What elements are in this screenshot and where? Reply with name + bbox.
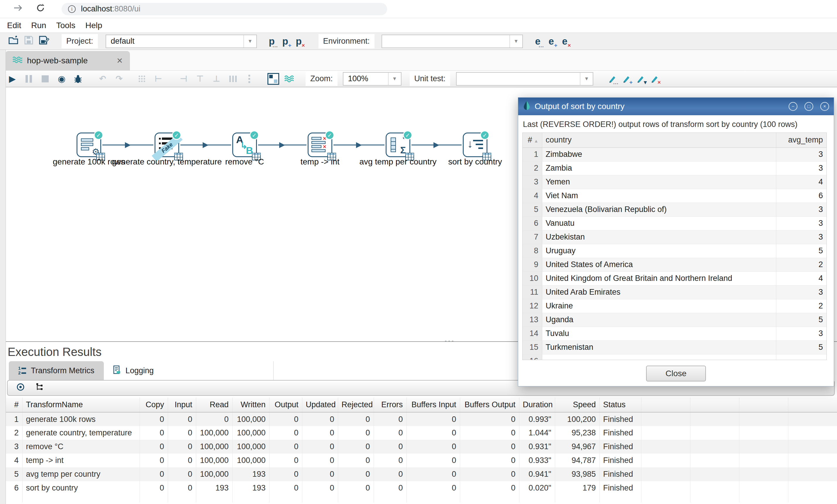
- dialog-titlebar[interactable]: Output of sort by country − □ ×: [518, 97, 834, 115]
- forward-icon[interactable]: [13, 3, 23, 14]
- transform-sort-by-country[interactable]: ↓ ✓: [463, 132, 487, 157]
- preview-row[interactable]: 8 Uruguay 5: [522, 244, 826, 258]
- transform-temp-to-int[interactable]: × × ✓: [308, 132, 332, 157]
- col-header[interactable]: Rejected: [338, 398, 374, 412]
- tab-transform-metrics[interactable]: 1 2 Transform Metrics: [9, 361, 104, 380]
- menu-help[interactable]: Help: [85, 21, 102, 30]
- unit-test-edit-icon[interactable]: …: [605, 74, 619, 83]
- branch-graph-icon[interactable]: [35, 383, 44, 394]
- zoom-combo[interactable]: 100% ▼: [343, 72, 402, 86]
- avg-temp-col-header[interactable]: avg_temp: [776, 133, 826, 147]
- col-header[interactable]: Buffers Output: [460, 398, 519, 412]
- col-header[interactable]: Duration: [519, 398, 555, 412]
- chevron-down-icon[interactable]: ▼: [580, 73, 593, 85]
- col-header[interactable]: Speed: [555, 398, 600, 412]
- close-button[interactable]: Close: [646, 366, 706, 381]
- col-header[interactable]: Status: [600, 398, 641, 412]
- left-sidebar-strip[interactable]: [0, 50, 6, 504]
- col-header[interactable]: #: [6, 398, 22, 412]
- run-icon[interactable]: ▶: [4, 74, 20, 84]
- col-header[interactable]: Read: [196, 398, 232, 412]
- chevron-down-icon[interactable]: ▼: [244, 35, 256, 48]
- maximize-icon[interactable]: □: [804, 102, 813, 111]
- reload-icon[interactable]: [36, 3, 45, 15]
- preview-row[interactable]: 10 United Kingdom of Great Britain and N…: [522, 271, 826, 285]
- metrics-row[interactable]: 5 avg temp per country 0 0 100,000 193 0…: [6, 467, 837, 481]
- preview-row[interactable]: 15 Turkmenistan 5: [522, 340, 826, 354]
- index-col-header[interactable]: #▲: [522, 133, 542, 147]
- unit-test-delete-icon[interactable]: ×: [647, 74, 661, 83]
- metrics-row[interactable]: 6 sort by country 0 0 193 193 0 0 0 0 0 …: [6, 481, 837, 495]
- menu-edit[interactable]: Edit: [7, 21, 21, 30]
- tab-logging[interactable]: Logging: [104, 361, 163, 380]
- preview-row[interactable]: 13 Uganda 5: [522, 313, 826, 327]
- transform-generate-country-temperature[interactable]: Fake ✓: [155, 132, 179, 157]
- col-header[interactable]: Input: [168, 398, 196, 412]
- pause-icon[interactable]: [20, 75, 37, 83]
- transform-avg-temp-per-country[interactable]: ⇄ Σ ✓: [386, 132, 410, 157]
- transform-generate-100k-rows[interactable]: ⚙ ✓: [76, 132, 101, 157]
- environment-edit-icon[interactable]: e…: [531, 36, 545, 47]
- project-edit-icon[interactable]: p…: [265, 36, 279, 47]
- chevron-down-icon[interactable]: ▼: [510, 35, 522, 48]
- preview-icon[interactable]: ◉: [53, 74, 70, 84]
- address-bar[interactable]: i localhost:8080/ui: [61, 3, 387, 15]
- country-col-header[interactable]: country: [542, 133, 776, 147]
- transform-remove-celsius[interactable]: A ↳ B ✓: [232, 132, 257, 157]
- align-right-icon[interactable]: ⊣: [175, 74, 192, 84]
- info-icon[interactable]: i: [68, 5, 76, 13]
- metrics-row[interactable]: 3 remove °C 0 0 100,000 100,000 0 0 0 0 …: [6, 440, 837, 454]
- distribute-vertical-icon[interactable]: [241, 75, 257, 83]
- preview-row[interactable]: 2 Zambia 3: [522, 161, 826, 175]
- col-header[interactable]: Errors: [374, 398, 407, 412]
- show-hide-icon[interactable]: [16, 382, 25, 394]
- save-icon[interactable]: [21, 35, 36, 47]
- preview-row[interactable]: 6 Vanuatu 3: [522, 216, 826, 230]
- preview-row[interactable]: 1 Zimbabwe 3: [522, 147, 826, 161]
- open-file-icon[interactable]: [6, 35, 21, 47]
- dialog-table-wrap[interactable]: #▲ country avg_temp 1 Zimbabwe 3 2 Zamb: [522, 132, 827, 360]
- preview-row[interactable]: 4 Viet Nam 6: [522, 189, 826, 203]
- pipeline-wave-icon[interactable]: [282, 74, 298, 83]
- preview-row[interactable]: 5 Venezuela (Bolivarian Republic of) 3: [522, 203, 826, 216]
- unit-test-combo[interactable]: ▼: [456, 72, 593, 86]
- preview-row[interactable]: 9 United States of America 2: [522, 258, 826, 271]
- menu-tools[interactable]: Tools: [56, 21, 75, 30]
- debug-icon[interactable]: [70, 74, 86, 84]
- preview-row[interactable]: 7 Uzbekistan 3: [522, 230, 826, 244]
- environment-delete-icon[interactable]: e×: [558, 36, 572, 47]
- project-delete-icon[interactable]: p×: [292, 36, 306, 47]
- environment-combo[interactable]: ▼: [381, 35, 523, 48]
- menu-run[interactable]: Run: [31, 21, 46, 30]
- snap-to-grid-icon[interactable]: [265, 73, 282, 85]
- col-header[interactable]: Buffers Input: [407, 398, 460, 412]
- align-left-icon[interactable]: ⊢: [150, 74, 166, 84]
- undo-icon[interactable]: ↶: [94, 74, 111, 84]
- preview-row[interactable]: 14 Tuvalu 3: [522, 327, 826, 340]
- metrics-row[interactable]: 2 generate country, temperature 0 0 100,…: [6, 426, 837, 440]
- col-header[interactable]: TransformName: [22, 398, 140, 412]
- preview-row[interactable]: 3 Yemen 4: [522, 175, 826, 189]
- tab-hop-web-sample[interactable]: hop-web-sample ✕: [5, 51, 130, 70]
- unit-test-create-icon[interactable]: +: [619, 74, 633, 83]
- project-combo[interactable]: default ▼: [106, 35, 257, 48]
- col-header[interactable]: Updated: [302, 398, 338, 412]
- minimize-icon[interactable]: −: [789, 102, 797, 111]
- redo-icon[interactable]: ↷: [111, 74, 127, 84]
- preview-row[interactable]: 16: [522, 354, 826, 360]
- stop-icon[interactable]: [37, 75, 53, 83]
- col-header[interactable]: Output: [269, 398, 302, 412]
- distribute-horizontal-icon[interactable]: [225, 76, 241, 82]
- metrics-row[interactable]: 4 temp -> int 0 0 100,000 100,000 0 0 0 …: [6, 454, 837, 467]
- unit-test-open-icon[interactable]: ▾: [633, 74, 647, 83]
- col-header[interactable]: Written: [232, 398, 269, 412]
- close-icon[interactable]: ×: [820, 102, 829, 111]
- preview-row[interactable]: 11 United Arab Emirates 3: [522, 285, 826, 299]
- close-icon[interactable]: ✕: [117, 56, 123, 66]
- preview-row[interactable]: 12 Ukraine 2: [522, 299, 826, 313]
- metrics-row[interactable]: 1 generate 100k rows 0 0 0 100,000 0 0 0…: [6, 412, 837, 426]
- environment-add-icon[interactable]: e+: [545, 36, 558, 47]
- project-add-icon[interactable]: p+: [279, 36, 292, 47]
- grid-icon[interactable]: [134, 75, 150, 83]
- save-as-icon[interactable]: [36, 35, 52, 47]
